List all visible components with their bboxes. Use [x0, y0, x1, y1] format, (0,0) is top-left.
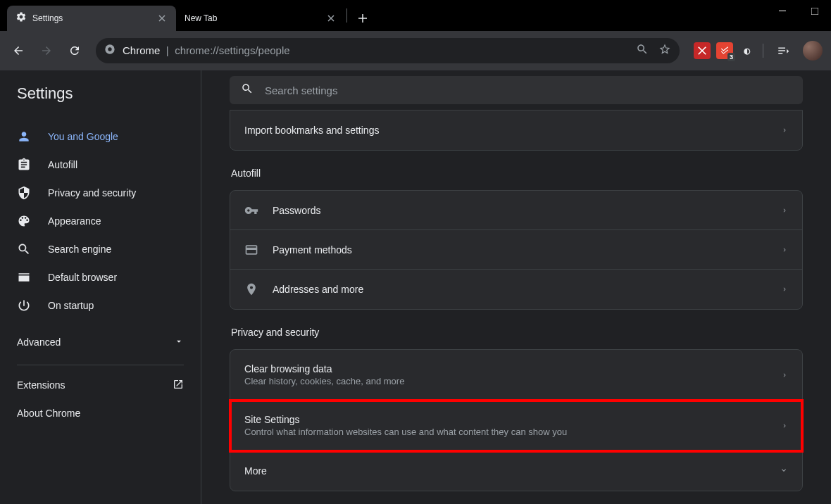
- extension-icon-3[interactable]: ◐: [739, 42, 756, 59]
- sidebar-title: Settings: [0, 70, 201, 117]
- browser-icon: [17, 270, 31, 284]
- search-icon: [17, 242, 31, 256]
- section-title-privacy: Privacy and security: [231, 327, 803, 338]
- extension-icon-todoist[interactable]: 3: [716, 42, 733, 59]
- chevron-right-icon: [781, 420, 788, 432]
- sidebar-item-label: Default browser: [48, 272, 117, 283]
- sidebar-item-search-engine[interactable]: Search engine: [0, 235, 201, 263]
- profile-avatar[interactable]: [803, 41, 823, 61]
- tab-newtab[interactable]: New Tab: [176, 6, 345, 31]
- svg-rect-1: [811, 8, 818, 15]
- search-settings-box[interactable]: [230, 76, 803, 104]
- reload-button[interactable]: [62, 38, 87, 63]
- chevron-right-icon: [781, 124, 788, 137]
- app-body: Settings You and Google Autofill Privacy…: [0, 70, 831, 504]
- row-site-settings[interactable]: Site Settings Control what information w…: [230, 401, 802, 451]
- sidebar-item-on-startup[interactable]: On startup: [0, 291, 201, 320]
- clipboard-icon: [17, 158, 31, 172]
- person-icon: [17, 130, 31, 144]
- extension-icons: 3 ◐: [694, 42, 756, 59]
- sidebar-item-autofill[interactable]: Autofill: [0, 151, 201, 179]
- sidebar-item-you-and-google[interactable]: You and Google: [0, 122, 201, 151]
- row-subtitle: Clear history, cookies, cache, and more: [244, 376, 781, 386]
- sidebar-extensions[interactable]: Extensions: [0, 371, 201, 399]
- card-import: Import bookmarks and settings: [230, 110, 803, 151]
- extension-badge: 3: [727, 53, 735, 61]
- sidebar-item-appearance[interactable]: Appearance: [0, 207, 201, 235]
- url-prefix: Chrome: [123, 44, 160, 56]
- pin-icon: [244, 282, 258, 296]
- sidebar-about-chrome[interactable]: About Chrome: [0, 399, 201, 427]
- row-title: Clear browsing data: [244, 363, 781, 374]
- row-payment-methods[interactable]: Payment methods: [230, 230, 802, 270]
- row-subtitle: Control what information websites can us…: [244, 427, 781, 437]
- chevron-right-icon: [781, 283, 788, 296]
- main-content: Import bookmarks and settings Autofill P…: [201, 70, 831, 504]
- sidebar-item-label: Privacy and security: [48, 187, 136, 199]
- zoom-icon[interactable]: [636, 43, 649, 58]
- chevron-right-icon: [781, 204, 788, 217]
- media-button[interactable]: [770, 38, 796, 63]
- divider: [17, 365, 184, 365]
- section-title-autofill: Autofill: [231, 168, 803, 179]
- row-label: Import bookmarks and settings: [244, 125, 781, 136]
- extension-icon-1[interactable]: [694, 42, 711, 59]
- omnibox[interactable]: Chrome | chrome://settings/people: [96, 38, 680, 63]
- chevron-down-icon: [174, 336, 184, 348]
- search-input[interactable]: [265, 84, 792, 96]
- tab-settings[interactable]: Settings: [7, 6, 176, 31]
- shield-icon: [17, 186, 31, 200]
- chevron-right-icon: [781, 244, 788, 256]
- sidebar-items: You and Google Autofill Privacy and secu…: [0, 117, 201, 325]
- new-tab-button[interactable]: [353, 8, 373, 28]
- card-autofill: Passwords Payment methods Addresses and …: [230, 190, 803, 310]
- tab-strip: Settings New Tab: [0, 0, 831, 31]
- gear-icon: [15, 11, 27, 25]
- row-label: Addresses and more: [273, 284, 781, 295]
- close-icon[interactable]: [156, 13, 168, 24]
- toolbar-separator: [763, 44, 763, 58]
- card-icon: [244, 243, 258, 257]
- toolbar: Chrome | chrome://settings/people 3 ◐: [0, 31, 831, 70]
- row-title: Site Settings: [244, 414, 781, 425]
- maximize-button[interactable]: [799, 0, 831, 23]
- url-path: chrome://settings/people: [175, 44, 289, 56]
- card-privacy: Clear browsing data Clear history, cooki…: [230, 349, 803, 491]
- back-button[interactable]: [6, 38, 31, 63]
- tab-divider: [346, 8, 347, 23]
- sidebar-advanced[interactable]: Advanced: [0, 325, 201, 359]
- row-label: Payment methods: [273, 244, 781, 256]
- svg-point-3: [108, 47, 111, 51]
- chevron-down-icon: [780, 465, 788, 477]
- row-addresses[interactable]: Addresses and more: [230, 270, 802, 309]
- sidebar-item-default-browser[interactable]: Default browser: [0, 263, 201, 291]
- row-more[interactable]: More: [230, 451, 802, 491]
- search-icon: [241, 82, 254, 98]
- row-import-bookmarks[interactable]: Import bookmarks and settings: [230, 111, 802, 150]
- row-passwords[interactable]: Passwords: [230, 191, 802, 230]
- url-separator: |: [166, 44, 169, 56]
- row-label: Passwords: [273, 205, 781, 216]
- sidebar-item-label: Search engine: [48, 244, 111, 255]
- palette-icon: [17, 214, 31, 228]
- external-link-icon: [173, 379, 184, 392]
- sidebar-advanced-label: Advanced: [17, 336, 61, 348]
- window-controls: [766, 0, 831, 23]
- sidebar-item-label: You and Google: [48, 131, 118, 142]
- sidebar-footer-label: Extensions: [17, 379, 65, 391]
- chevron-right-icon: [781, 369, 788, 382]
- search-row: [201, 70, 831, 110]
- url-text: Chrome | chrome://settings/people: [123, 44, 290, 57]
- sidebar: Settings You and Google Autofill Privacy…: [0, 70, 201, 504]
- chrome-icon: [104, 44, 115, 58]
- settings-content: Import bookmarks and settings Autofill P…: [201, 110, 831, 504]
- minimize-button[interactable]: [766, 0, 799, 23]
- bookmark-icon[interactable]: [658, 43, 671, 58]
- close-icon[interactable]: [325, 13, 337, 24]
- row-clear-browsing-data[interactable]: Clear browsing data Clear history, cooki…: [230, 350, 802, 401]
- forward-button[interactable]: [34, 38, 59, 63]
- key-icon: [244, 203, 258, 218]
- power-icon: [17, 298, 31, 313]
- sidebar-item-privacy[interactable]: Privacy and security: [0, 179, 201, 207]
- sidebar-item-label: Appearance: [48, 215, 101, 227]
